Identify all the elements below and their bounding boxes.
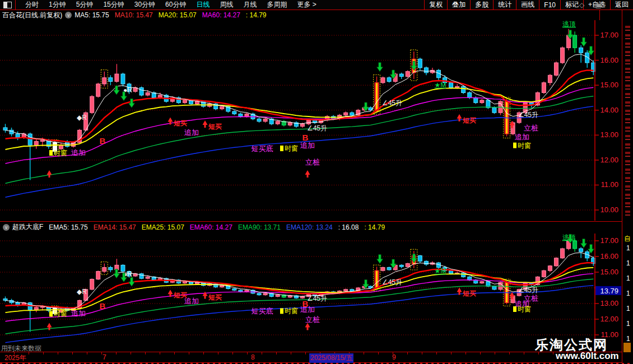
buy-arrow-icon <box>203 292 208 299</box>
clipped-digit: 1 <box>626 244 630 252</box>
clipped-digit: 1 <box>626 320 630 328</box>
annotation-mag: 立桩 <box>524 124 538 132</box>
chart-title-bar: 百合花(日线.前复权) ∨ MA5: 15.75MA10: 15.47MA20:… <box>0 10 622 20</box>
sell-arrow-icon <box>581 239 587 248</box>
annotation-wh: ∠45升 <box>307 295 327 302</box>
annotation-red: 短买 <box>462 290 476 297</box>
annotation-wh: ◆R <box>77 114 87 122</box>
clipped-digit: 1 <box>626 274 630 282</box>
period-tabs: 分时1分钟5分钟15分钟30分钟60分钟日线周线月线多周期更多 > <box>20 0 322 10</box>
annotation-yw: 时窗 <box>285 144 298 152</box>
price-label: 15.00 <box>600 268 618 276</box>
annotation-yw: 时窗 <box>285 307 298 315</box>
ema-values: EMA5: 15.75EMA14: 15.47EMA25: 15.07EMA60… <box>49 223 390 231</box>
toolbar-button-5[interactable]: F10 <box>539 0 560 10</box>
annotation-wh: ∠45升 <box>382 99 402 107</box>
annotation-yw: 时窗 <box>518 305 531 313</box>
ema-values-item-6: : 16.08 <box>338 223 359 231</box>
indicator-candlestick-chart[interactable]: 时窗追加B◆R●R短买追加短买短买底时窗追加B∠45升立桩∠45升★M短买∠45… <box>0 234 622 352</box>
ma-values-item-2: MA20: 15.07 <box>159 11 197 19</box>
buy-arrow-icon <box>305 323 310 330</box>
date-label-2: 8 <box>251 353 255 361</box>
date-axis[interactable]: 2025年782025/08/15/五9 <box>0 352 622 363</box>
date-label-1: 7 <box>103 353 106 361</box>
ema-values-item-7: : 14.79 <box>364 223 385 231</box>
annotation-red: 短买 <box>208 123 222 130</box>
annotation-mag: 追加 <box>184 297 199 305</box>
period-tab-6[interactable]: 日线 <box>191 0 215 10</box>
clipped-tab-char: 自 <box>624 234 631 244</box>
annotation-mag: 追加 <box>71 148 86 157</box>
toolbar-button-0[interactable]: 复权 <box>424 0 447 10</box>
annotation-B: B <box>100 301 106 311</box>
indicator-name: 超跌大底F <box>12 222 43 232</box>
period-tab-0[interactable]: 分时 <box>20 0 44 10</box>
annotation-grn: ★M <box>435 267 446 275</box>
period-toolbar: 分时1分钟5分钟15分钟30分钟60分钟日线周线月线多周期更多 > 复权叠加多股… <box>0 0 633 10</box>
toolbar-button-3[interactable]: 统计 <box>493 0 516 10</box>
sell-arrow-icon <box>581 38 587 46</box>
toolbar-button-1[interactable]: 叠加 <box>447 0 470 10</box>
ema-values-item-4: EMA90: 13.71 <box>238 223 281 231</box>
annotation-red: 短买 <box>208 293 222 301</box>
clipped-orange-block <box>623 343 631 352</box>
ma-values-item-3: MA60: 14.27 <box>202 11 240 19</box>
annotation-yw: 时窗 <box>54 310 67 318</box>
chevron-down-icon[interactable]: ∨ <box>3 224 10 231</box>
price-label: 16.00 <box>600 56 618 64</box>
ma-values: MA5: 15.75MA10: 15.47MA20: 15.07MA60: 14… <box>75 11 272 19</box>
ema-values-item-0: EMA5: 15.75 <box>49 223 87 231</box>
annotation-mag: 追加 <box>71 309 86 318</box>
ema-values-item-3: EMA60: 14.27 <box>190 223 232 231</box>
stock-title: 百合花(日线.前复权) <box>2 11 62 20</box>
future-data-note: 用到未来数据 <box>1 344 41 353</box>
toolbar-button-8[interactable]: 返回 <box>610 0 633 10</box>
main-candlestick-chart[interactable]: 时窗追加B◆R●R短买追加短买短买底时窗追加B∠45升立桩∠45升★M短买∠45… <box>0 20 622 221</box>
price-label: 12.00 <box>600 156 618 164</box>
annotation-wh: ∠45升 <box>382 278 402 286</box>
annotation-mag: 立桩 <box>305 315 320 324</box>
price-label: 13.00 <box>600 299 618 307</box>
candles <box>3 29 595 180</box>
annotation-grn: 逃顶 <box>562 20 576 28</box>
annotation-grn: ★M <box>435 81 446 89</box>
chart-corner-icons[interactable]: ◇ ▣ <box>579 1 606 9</box>
chevron-down-icon[interactable]: ∨ <box>65 12 72 18</box>
indicator-header: ∨ 超跌大底F EMA5: 15.75EMA14: 15.47EMA25: 15… <box>0 222 622 232</box>
annotation-red: 短买 <box>462 116 476 124</box>
clipped-digit: 1 <box>626 290 630 297</box>
window-layout-icon[interactable] <box>3 2 12 8</box>
period-tab-1[interactable]: 1分钟 <box>44 0 71 10</box>
period-tab-10[interactable]: 更多 > <box>292 0 321 10</box>
sell-arrow-icon <box>114 86 120 95</box>
annotation-mag: 追加 <box>300 141 315 150</box>
sell-arrow-icon <box>129 277 135 286</box>
price-label: 15.00 <box>600 81 618 89</box>
ma-values-item-0: MA5: 15.75 <box>75 11 109 19</box>
period-tab-2[interactable]: 5分钟 <box>71 0 99 10</box>
annotation-mag: 追加 <box>184 128 199 137</box>
period-tab-3[interactable]: 15分钟 <box>98 0 129 10</box>
ma-values-item-4: : 14.79 <box>246 11 267 19</box>
clipped-side-text <box>625 26 630 219</box>
watermark-site-url: www.60lt.com <box>556 351 619 362</box>
ma-values-item-1: MA10: 15.47 <box>115 11 153 19</box>
right-edge-strip: 自 1111111 <box>622 10 633 363</box>
price-label: 11.00 <box>601 180 618 189</box>
annotation-B: B <box>100 136 106 146</box>
toolbar-button-2[interactable]: 多股 <box>470 0 493 10</box>
price-label: 13.00 <box>600 130 618 139</box>
period-tab-4[interactable]: 30分钟 <box>129 0 160 10</box>
current-price-text: 13.79 <box>600 287 618 295</box>
toolbar-button-4[interactable]: 画线 <box>516 0 539 10</box>
period-tab-9[interactable]: 多周期 <box>262 0 292 10</box>
annotation-mag: 短买底 <box>252 144 273 153</box>
period-tab-7[interactable]: 周线 <box>215 0 238 10</box>
clipped-digit: 1 <box>626 335 630 343</box>
buy-arrow-icon <box>305 170 310 178</box>
price-label: 17.00 <box>600 236 618 245</box>
buy-arrow-icon <box>203 120 208 128</box>
period-tab-8[interactable]: 月线 <box>238 0 262 10</box>
period-tab-5[interactable]: 60分钟 <box>160 0 191 10</box>
price-label: 16.00 <box>600 252 618 260</box>
